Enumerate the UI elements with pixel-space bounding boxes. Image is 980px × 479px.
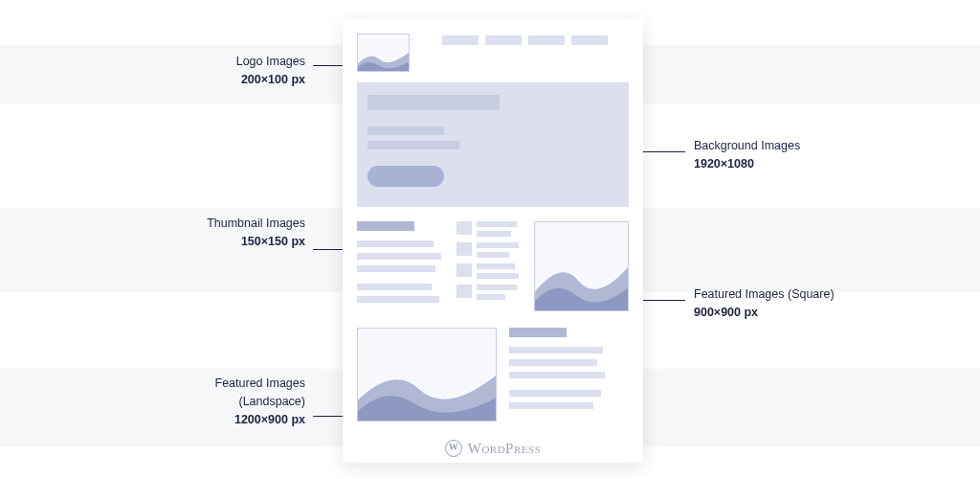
thumbnail-image-placeholder [457,263,472,277]
callout-dim: 900×900 px [694,304,835,322]
callout-thumbnail: Thumbnail Images 150×150 px [190,215,305,251]
featured-landscape-image-placeholder [357,328,497,422]
nav-item [442,35,479,45]
text-line [509,359,597,366]
text-line [357,284,432,290]
text-line [509,390,601,397]
text-line [477,285,517,290]
callout-title: Featured Images [181,375,305,393]
text-line [477,273,519,279]
nav-item [485,35,522,45]
text-line [509,347,603,354]
text-line [357,240,434,247]
text-line [509,372,605,378]
text-line [477,263,515,269]
page-wireframe: WordPress [343,19,643,463]
thumbnail-image-placeholder [457,285,472,298]
callout-background: Background Images 1920×1080 [694,137,800,173]
callout-title: Thumbnail Images [190,215,305,233]
callout-dim: 150×150 px [190,233,305,251]
text-line [477,294,505,300]
callout-dim: 1920×1080 [694,155,800,173]
nav-item [571,35,608,45]
hero-heading-line [368,95,500,110]
logo-image-placeholder [357,34,410,72]
wordpress-brand: WordPress [343,440,643,457]
thumbnail-image-placeholder [457,221,472,235]
callout-title: Logo Images [190,53,305,71]
callout-title: Background Images [694,137,800,155]
text-line [509,402,593,409]
column-heading [509,328,567,337]
text-line [477,252,509,258]
text-line [357,265,435,272]
callout-landscape: Featured Images (Landspace) 1200×900 px [181,375,305,428]
hero-text-line [368,141,459,149]
featured-square-image-placeholder [534,221,629,311]
callout-dim: 200×100 px [190,71,305,89]
callout-logo: Logo Images 200×100 px [190,53,305,89]
wordpress-logo-icon [445,440,462,457]
callout-dim: 1200×900 px [181,411,305,429]
text-line [357,253,441,260]
nav-item [528,35,565,45]
text-line [357,296,439,303]
callout-title2: (Landspace) [181,393,305,411]
text-line [477,242,519,248]
hero-cta-button [368,166,444,187]
hero-text-line [368,126,444,135]
column-heading [357,221,414,231]
text-line [477,221,517,227]
text-line [477,231,511,237]
callout-title: Featured Images (Square) [694,285,835,304]
brand-text: WordPress [468,441,542,457]
callout-square: Featured Images (Square) 900×900 px [694,285,835,322]
thumbnail-image-placeholder [457,242,472,256]
